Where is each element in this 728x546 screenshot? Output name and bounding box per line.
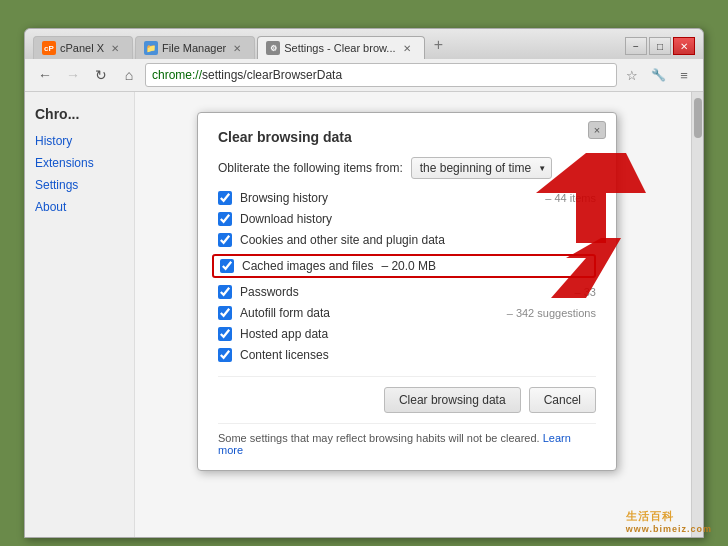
tab-close-cpanel[interactable]: ✕ bbox=[108, 41, 122, 55]
sidebar-item-settings[interactable]: Settings bbox=[35, 178, 124, 192]
checkbox-cookies: Cookies and other site and plugin data bbox=[218, 233, 596, 247]
browsing-history-count: – 44 items bbox=[545, 192, 596, 204]
menu-icon[interactable]: ≡ bbox=[673, 64, 695, 86]
passwords-count: – 33 bbox=[575, 286, 596, 298]
minimize-button[interactable]: − bbox=[625, 37, 647, 55]
dialog-close-button[interactable]: × bbox=[588, 121, 606, 139]
tab-settings[interactable]: ⚙ Settings - Clear brow... ✕ bbox=[257, 36, 424, 59]
checkbox-autofill: Autofill form data – 342 suggestions bbox=[218, 306, 596, 320]
home-button[interactable]: ⌂ bbox=[117, 63, 141, 87]
checkbox-content-licenses-input[interactable] bbox=[218, 348, 232, 362]
time-range-dropdown[interactable]: the beginning of time bbox=[411, 157, 552, 179]
hosted-app-label: Hosted app data bbox=[240, 327, 596, 341]
address-scheme: chrome:// bbox=[152, 68, 202, 82]
close-button[interactable]: ✕ bbox=[673, 37, 695, 55]
bookmark-icon[interactable]: ☆ bbox=[621, 64, 643, 86]
dialog-title: Clear browsing data bbox=[218, 129, 596, 145]
back-button[interactable]: ← bbox=[33, 63, 57, 87]
dialog-note: Some settings that may reflect browsing … bbox=[218, 423, 596, 456]
cpanel-icon: cP bbox=[42, 41, 56, 55]
sidebar: Chro... History Extensions Settings Abou… bbox=[25, 92, 135, 537]
maximize-button[interactable]: □ bbox=[649, 37, 671, 55]
checkbox-autofill-input[interactable] bbox=[218, 306, 232, 320]
browser-window: cP cPanel X ✕ 📁 File Manager ✕ ⚙ Setting… bbox=[24, 28, 704, 538]
checkbox-download-history: Download history bbox=[218, 212, 596, 226]
download-history-label: Download history bbox=[240, 212, 596, 226]
cached-images-label: Cached images and files bbox=[242, 259, 373, 273]
cancel-button[interactable]: Cancel bbox=[529, 387, 596, 413]
sidebar-title: Chro... bbox=[35, 106, 124, 122]
checkbox-cookies-input[interactable] bbox=[218, 233, 232, 247]
time-range-row: Obliterate the following items from: the… bbox=[218, 157, 596, 179]
content-licenses-label: Content licenses bbox=[240, 348, 596, 362]
sidebar-item-history[interactable]: History bbox=[35, 134, 124, 148]
autofill-label: Autofill form data bbox=[240, 306, 499, 320]
checkbox-browsing-history: Browsing history – 44 items bbox=[218, 191, 596, 205]
scroll-thumb[interactable] bbox=[694, 98, 702, 138]
tab-file-manager[interactable]: 📁 File Manager ✕ bbox=[135, 36, 255, 59]
main-area: Clear browsing data × Obliterate the fol… bbox=[135, 92, 691, 537]
checkbox-passwords: Passwords – 33 bbox=[218, 285, 596, 299]
browsing-history-label: Browsing history bbox=[240, 191, 537, 205]
checkbox-hosted-app: Hosted app data bbox=[218, 327, 596, 341]
address-bar[interactable]: chrome://settings/clearBrowserData bbox=[145, 63, 617, 87]
checkbox-content-licenses: Content licenses bbox=[218, 348, 596, 362]
dialog-footer: Clear browsing data Cancel bbox=[218, 376, 596, 413]
extension-icon[interactable]: 🔧 bbox=[647, 64, 669, 86]
time-range-label: Obliterate the following items from: bbox=[218, 161, 403, 175]
passwords-label: Passwords bbox=[240, 285, 567, 299]
browser-content: Chro... History Extensions Settings Abou… bbox=[25, 92, 703, 537]
cached-images-count: – 20.0 MB bbox=[381, 259, 436, 273]
clear-browsing-data-button[interactable]: Clear browsing data bbox=[384, 387, 521, 413]
checkbox-cached-images-input[interactable] bbox=[220, 259, 234, 273]
tab-close-file[interactable]: ✕ bbox=[230, 41, 244, 55]
scrollbar[interactable] bbox=[691, 92, 703, 537]
checkbox-cached-images-highlighted: Cached images and files – 20.0 MB bbox=[212, 254, 596, 278]
file-manager-icon: 📁 bbox=[144, 41, 158, 55]
sidebar-item-extensions[interactable]: Extensions bbox=[35, 156, 124, 170]
settings-icon: ⚙ bbox=[266, 41, 280, 55]
nav-icons: ☆ 🔧 ≡ bbox=[621, 64, 695, 86]
checkbox-browsing-history-input[interactable] bbox=[218, 191, 232, 205]
modal-overlay: Clear browsing data × Obliterate the fol… bbox=[135, 92, 679, 537]
checkbox-hosted-app-input[interactable] bbox=[218, 327, 232, 341]
autofill-count: – 342 suggestions bbox=[507, 307, 596, 319]
title-bar: cP cPanel X ✕ 📁 File Manager ✕ ⚙ Setting… bbox=[25, 29, 703, 59]
address-path: settings/clearBrowserData bbox=[202, 68, 342, 82]
tab-close-settings[interactable]: ✕ bbox=[400, 41, 414, 55]
window-controls: − □ ✕ bbox=[625, 37, 695, 59]
tab-cpanel[interactable]: cP cPanel X ✕ bbox=[33, 36, 133, 59]
new-tab-button[interactable]: + bbox=[427, 33, 451, 57]
cookies-label: Cookies and other site and plugin data bbox=[240, 233, 596, 247]
nav-bar: ← → ↻ ⌂ chrome://settings/clearBrowserDa… bbox=[25, 59, 703, 92]
forward-button[interactable]: → bbox=[61, 63, 85, 87]
watermark: 生活百科 www.bimeiz.com bbox=[626, 509, 712, 534]
sidebar-item-about[interactable]: About bbox=[35, 200, 124, 214]
checkbox-download-history-input[interactable] bbox=[218, 212, 232, 226]
checkbox-passwords-input[interactable] bbox=[218, 285, 232, 299]
reload-button[interactable]: ↻ bbox=[89, 63, 113, 87]
clear-browsing-data-dialog: Clear browsing data × Obliterate the fol… bbox=[197, 112, 617, 471]
